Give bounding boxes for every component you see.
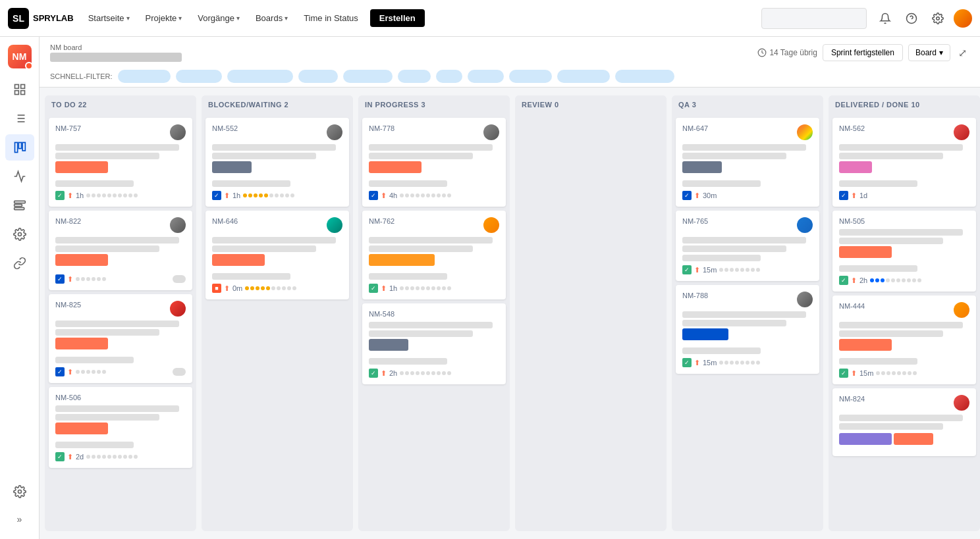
sidebar-item-backlog[interactable]	[5, 105, 34, 132]
card-nm-822[interactable]: NM-822 ✓ ⬆	[49, 211, 192, 290]
card-nm-824[interactable]: NM-824	[832, 388, 976, 456]
board-view-button[interactable]: Board ▾	[908, 44, 950, 61]
card-checkbox[interactable]: ✓	[55, 274, 65, 284]
card-checkbox[interactable]: ■	[212, 284, 221, 293]
card-text	[55, 153, 159, 159]
filter-chip[interactable]	[615, 70, 674, 83]
card-text	[369, 237, 493, 244]
dot	[416, 286, 420, 290]
dot	[92, 370, 95, 374]
help-button[interactable]	[901, 8, 922, 29]
card-footer: ✓ ⬆ 2h	[839, 276, 969, 285]
dot-bar	[400, 193, 499, 197]
card-checkbox[interactable]: ✓	[682, 191, 692, 200]
search-input[interactable]	[761, 8, 867, 29]
dot	[897, 371, 901, 375]
sidebar-item-reports[interactable]	[5, 163, 34, 190]
create-button[interactable]: Erstellen	[370, 9, 425, 27]
card-header: NM-822	[55, 217, 186, 233]
filter-chip[interactable]	[298, 70, 338, 83]
card-checkbox[interactable]: ✓	[369, 369, 378, 378]
card-checkbox[interactable]: ✓	[55, 452, 65, 461]
nav-projekte[interactable]: Projekte ▾	[139, 9, 189, 27]
card-nm-562[interactable]: NM-562 ✓ ⬆ 1d	[832, 118, 976, 207]
card-nm-548[interactable]: NM-548 ✓ ⬆ 2h	[362, 303, 506, 384]
card-nm-647[interactable]: NM-647 ✓ ⬆ 30m	[676, 118, 819, 207]
card-text	[839, 322, 963, 328]
app-logo[interactable]: SL SPRYLAB	[8, 8, 74, 29]
card-tag	[369, 254, 435, 266]
card-nm-505[interactable]: NM-505 ✓ ⬆ 2h	[832, 211, 976, 292]
sidebar-item-settings-bottom[interactable]	[5, 478, 34, 505]
nav-boards[interactable]: Boards ▾	[249, 9, 294, 27]
sprint-finalize-button[interactable]: Sprint fertigstellen	[823, 44, 903, 61]
filter-chip[interactable]	[227, 70, 293, 83]
card-avatar	[954, 124, 969, 140]
priority-icon: ⬆	[694, 192, 700, 200]
card-nm-506[interactable]: NM-506 ✓ ⬆ 2d	[49, 387, 192, 468]
card-nm-765[interactable]: NM-765 ✓ ⬆ 15m	[676, 211, 819, 281]
filter-chip[interactable]	[468, 70, 504, 83]
svg-rect-16	[14, 201, 25, 203]
nav-vorgaenge[interactable]: Vorgänge ▾	[191, 9, 246, 27]
filter-chip[interactable]	[436, 70, 462, 83]
card-checkbox[interactable]: ✓	[369, 284, 378, 293]
card-nm-778[interactable]: NM-778 ✓ ⬆ 4h	[362, 118, 506, 207]
card-checkbox[interactable]: ✓	[212, 191, 221, 200]
filter-chip[interactable]	[176, 70, 222, 83]
card-checkbox[interactable]: ✓	[682, 265, 692, 274]
card-checkbox[interactable]: ✓	[55, 191, 65, 200]
card-header: NM-505	[839, 217, 969, 225]
column-body-delivered: NM-562 ✓ ⬆ 1d NM-505	[829, 114, 980, 531]
sidebar-item-roadmap[interactable]	[5, 192, 34, 218]
nav-startseite[interactable]: Startseite ▾	[82, 9, 136, 27]
nav-time-in-status[interactable]: Time in Status	[297, 9, 365, 27]
notifications-button[interactable]	[875, 8, 896, 29]
sidebar-item-project-avatar[interactable]: NM	[5, 43, 34, 70]
sidebar-item-settings[interactable]	[5, 221, 34, 247]
filter-chip[interactable]	[398, 70, 431, 83]
card-nm-825[interactable]: NM-825 ✓ ⬆	[49, 294, 192, 383]
filter-chip[interactable]	[509, 70, 552, 83]
card-nm-646[interactable]: NM-646 ■ ⬆ 0m	[205, 211, 349, 299]
svg-rect-6	[20, 91, 24, 95]
card-nm-444[interactable]: NM-444 ✓ ⬆ 15m	[832, 295, 976, 384]
filter-chip[interactable]	[557, 70, 610, 83]
card-checkbox[interactable]: ✓	[839, 191, 848, 200]
sidebar-item-board[interactable]	[5, 134, 34, 161]
column-body-todo: NM-757 ✓ ⬆ 1h	[45, 114, 196, 531]
user-avatar[interactable]	[954, 9, 972, 28]
dot	[92, 277, 95, 281]
card-checkbox[interactable]: ✓	[682, 358, 692, 367]
svg-rect-3	[14, 85, 18, 89]
filter-chip[interactable]	[343, 70, 393, 83]
dot	[421, 193, 425, 197]
card-avatar	[797, 217, 813, 233]
card-tag	[839, 433, 892, 445]
card-id: NM-788	[682, 292, 708, 299]
card-footer: ✓ ⬆ 2d	[55, 452, 186, 461]
priority-icon: ⬆	[851, 276, 857, 285]
card-nm-762[interactable]: NM-762 ✓ ⬆ 1h	[362, 211, 506, 299]
settings-button[interactable]	[927, 8, 948, 29]
filter-chip[interactable]	[118, 70, 171, 83]
card-tag	[682, 328, 728, 340]
card-footer: ■ ⬆ 0m	[212, 284, 342, 293]
card-checkbox[interactable]: ✓	[839, 276, 848, 285]
card-checkbox[interactable]: ✓	[839, 369, 848, 378]
time-estimate: 4h	[389, 192, 397, 199]
card-checkbox[interactable]: ✓	[55, 367, 65, 376]
card-nm-552[interactable]: NM-552 ✓ ⬆ 1h	[205, 118, 349, 207]
card-header: NM-647	[682, 124, 813, 140]
sprint-name	[50, 53, 182, 62]
card-text	[55, 245, 159, 252]
expand-button[interactable]: ⤢	[956, 44, 969, 62]
dot	[740, 268, 744, 272]
sidebar-item-collapse[interactable]: »	[5, 506, 34, 532]
sidebar-item-links[interactable]	[5, 250, 34, 276]
card-checkbox[interactable]: ✓	[369, 191, 378, 200]
card-nm-757[interactable]: NM-757 ✓ ⬆ 1h	[49, 118, 192, 207]
card-avatar	[954, 302, 969, 318]
sidebar-item-home[interactable]	[5, 76, 34, 103]
card-nm-788[interactable]: NM-788 ✓ ⬆ 15m	[676, 285, 819, 374]
